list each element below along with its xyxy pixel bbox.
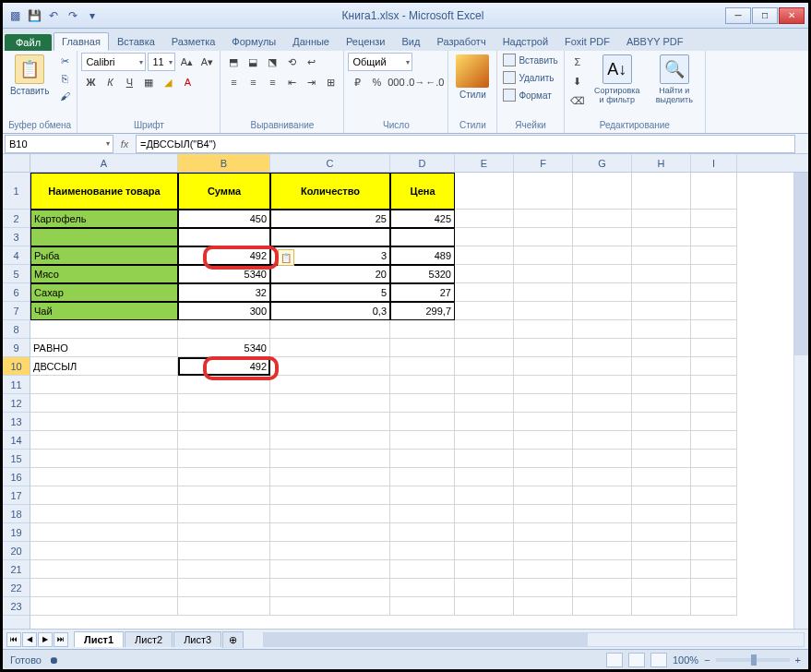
cell[interactable] (632, 376, 691, 394)
font-name-combo[interactable]: Calibri (81, 53, 146, 71)
cell[interactable] (573, 173, 632, 210)
cell[interactable]: 20 (270, 265, 390, 283)
bold-button[interactable]: Ж (81, 73, 100, 91)
cell[interactable] (270, 376, 390, 394)
cell[interactable] (30, 560, 178, 579)
underline-button[interactable]: Ч (120, 73, 138, 91)
row-header[interactable]: 4 (3, 246, 30, 265)
align-top-icon[interactable]: ⬒ (224, 53, 243, 71)
cell[interactable] (573, 394, 632, 413)
row-header[interactable]: 17 (3, 486, 30, 505)
cell[interactable] (514, 542, 573, 560)
cell[interactable] (514, 320, 573, 339)
cell[interactable] (390, 228, 455, 246)
col-header[interactable]: A (30, 154, 178, 172)
cell[interactable] (390, 560, 455, 579)
sheet-nav-prev[interactable]: ◀ (22, 632, 37, 647)
cell[interactable] (270, 468, 390, 486)
find-select-button[interactable]: 🔍 Найти и выделить (648, 53, 701, 106)
cell[interactable] (390, 357, 455, 376)
sheet-nav-first[interactable]: ⏮ (6, 632, 21, 647)
indent-decrease-icon[interactable]: ⇤ (282, 73, 301, 91)
cell[interactable] (573, 450, 632, 468)
tab-foxit[interactable]: Foxit PDF (556, 32, 618, 51)
cell[interactable] (178, 486, 270, 505)
cell[interactable] (514, 450, 573, 468)
cell[interactable] (691, 210, 737, 228)
border-icon[interactable]: ▦ (139, 73, 158, 91)
cell[interactable] (632, 468, 691, 486)
cell[interactable] (691, 468, 737, 486)
cell[interactable] (178, 505, 270, 523)
cell[interactable] (390, 468, 455, 486)
view-pagebreak-button[interactable] (650, 653, 667, 667)
cell[interactable]: 0,3 (270, 302, 390, 320)
cell[interactable] (455, 265, 514, 283)
cell[interactable] (455, 523, 514, 542)
cell[interactable] (270, 597, 390, 616)
row-header[interactable]: 9 (3, 339, 30, 357)
cell[interactable] (455, 173, 514, 210)
cell[interactable] (632, 486, 691, 505)
zoom-out-button[interactable]: − (704, 654, 710, 666)
cell[interactable] (632, 394, 691, 413)
cell[interactable] (632, 505, 691, 523)
cell[interactable] (691, 339, 737, 357)
cell[interactable] (573, 210, 632, 228)
cell[interactable]: 450 (178, 210, 270, 228)
cell[interactable] (30, 431, 178, 450)
font-size-combo[interactable]: 11 (148, 53, 175, 71)
cell[interactable] (573, 486, 632, 505)
currency-icon[interactable]: ₽ (348, 73, 366, 91)
col-header[interactable]: B (178, 154, 270, 172)
cell[interactable] (573, 246, 632, 265)
cell[interactable] (390, 376, 455, 394)
cell[interactable] (178, 320, 270, 339)
cell[interactable] (691, 505, 737, 523)
tab-addins[interactable]: Надстрой (495, 32, 556, 51)
shrink-font-icon[interactable]: A▾ (197, 53, 216, 71)
wrap-text-icon[interactable]: ↩ (302, 53, 320, 71)
format-cells-button[interactable]: Формат (501, 88, 559, 102)
row-header[interactable]: 3 (3, 228, 30, 246)
cell[interactable] (178, 560, 270, 579)
cell[interactable] (30, 579, 178, 597)
cell[interactable] (514, 597, 573, 616)
cell[interactable] (514, 228, 573, 246)
grid[interactable]: Наименование товара Сумма Количество Цен… (30, 173, 808, 616)
cell[interactable] (390, 486, 455, 505)
tab-data[interactable]: Данные (284, 32, 338, 51)
tab-home[interactable]: Главная (54, 32, 109, 51)
cell[interactable]: 5340 (178, 265, 270, 283)
cell[interactable]: 425 (390, 210, 455, 228)
increase-decimal-icon[interactable]: .0→ (406, 73, 424, 91)
cell[interactable] (691, 357, 737, 376)
sheet-tab[interactable]: Лист1 (74, 631, 124, 647)
vertical-scrollbar[interactable] (793, 173, 808, 629)
row-header[interactable]: 12 (3, 394, 30, 413)
cell[interactable]: 5 (270, 283, 390, 302)
cell[interactable] (30, 228, 178, 246)
cell[interactable] (514, 579, 573, 597)
cell[interactable] (573, 597, 632, 616)
cell[interactable]: Рыба (30, 246, 178, 265)
cell[interactable] (455, 302, 514, 320)
cell[interactable]: 5320 (390, 265, 455, 283)
row-header[interactable]: 19 (3, 523, 30, 542)
cell[interactable] (270, 228, 390, 246)
cell[interactable] (390, 339, 455, 357)
cell[interactable] (632, 431, 691, 450)
cell[interactable] (455, 542, 514, 560)
cell[interactable]: 492 (178, 246, 270, 265)
cell[interactable] (455, 505, 514, 523)
cell[interactable] (691, 246, 737, 265)
merge-icon[interactable]: ⊞ (321, 73, 340, 91)
cell[interactable] (455, 413, 514, 431)
cell[interactable] (632, 542, 691, 560)
cell[interactable] (455, 450, 514, 468)
tab-file[interactable]: Файл (5, 34, 52, 51)
cell[interactable]: 25 (270, 210, 390, 228)
row-header[interactable]: 10 (3, 357, 30, 376)
cell[interactable]: 300 (178, 302, 270, 320)
minimize-button[interactable]: ─ (725, 7, 751, 24)
